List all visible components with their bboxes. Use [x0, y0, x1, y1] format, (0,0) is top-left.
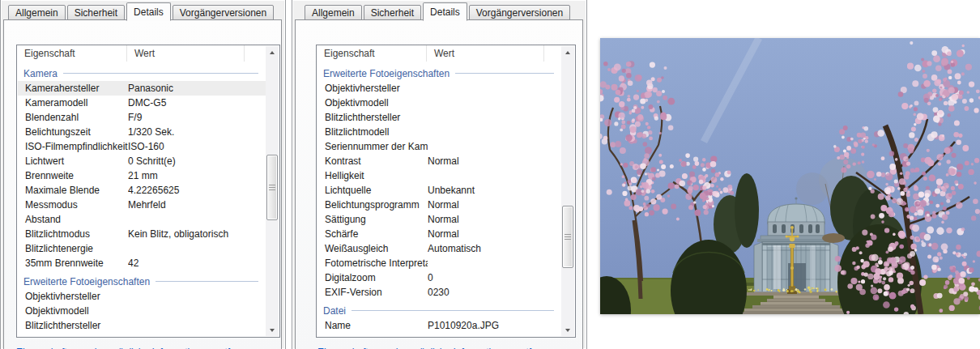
down-arrow-icon [270, 329, 275, 334]
tab-vorgaengerversionen[interactable]: Vorgängerversionen [173, 5, 274, 20]
property-row[interactable]: Fotometrische Interpretation [317, 256, 561, 270]
property-row[interactable]: Name P1010920a.JPG [317, 318, 561, 333]
property-row[interactable]: Belichtungszeit 1/320 Sek. [18, 125, 266, 139]
property-row[interactable]: Helligkeit [317, 168, 561, 183]
property-row[interactable]: Lichtquelle Unbekannt [317, 183, 561, 198]
tab-sicherheit[interactable]: Sicherheit [364, 5, 421, 20]
section-divider-line [156, 281, 258, 282]
listview-header: Eigenschaft Wert [17, 45, 279, 62]
column-header-eigenschaft[interactable]: Eigenschaft [317, 45, 427, 62]
property-row[interactable]: Blitzlichtenergie [18, 241, 266, 256]
scroll-up-button[interactable] [561, 46, 574, 59]
property-row[interactable]: Blitzlichthersteller [18, 318, 266, 333]
scrollbar-thumb[interactable] [562, 206, 573, 268]
vertical-scrollbar[interactable] [561, 46, 574, 336]
listview-header: Eigenschaft Wert [317, 45, 575, 62]
property-row[interactable]: Brennweite 21 mm [18, 168, 266, 183]
property-row[interactable]: Blitzlichtmodus Kein Blitz, obligatorisc… [18, 227, 266, 241]
tab-vorgaengerversionen[interactable]: Vorgängerversionen [469, 5, 570, 20]
tab-bar: AllgemeinSicherheitDetailsVorgängerversi… [305, 2, 572, 20]
properties-dialog-right: AllgemeinSicherheitDetailsVorgängerversi… [292, 0, 587, 349]
tab-allgemein[interactable]: Allgemein [8, 5, 66, 20]
column-header-eigenschaft[interactable]: Eigenschaft [17, 45, 127, 62]
scrollbar-thumb[interactable] [266, 155, 278, 220]
properties-listview: Eigenschaft Wert Kamera Kamerahersteller [16, 45, 280, 338]
section-row[interactable]: Kamera [18, 62, 266, 81]
property-row[interactable]: Digitalzoom 0 [317, 270, 561, 285]
property-row[interactable]: Objektivmodell [317, 96, 561, 110]
column-header-wert[interactable]: Wert [127, 45, 245, 62]
property-row[interactable]: Weißausgleich Automatisch [317, 241, 561, 256]
property-row[interactable]: Seriennummer der Kamera [317, 139, 561, 154]
property-row[interactable]: Objektivhersteller [18, 289, 266, 304]
section-row[interactable]: Erweiterte Fotoeigenschaften [18, 270, 266, 289]
tab-allgemein[interactable]: Allgemein [305, 5, 362, 20]
tab-sicherheit[interactable]: Sicherheit [67, 5, 125, 20]
listview-rows: Erweiterte Fotoeigenschaften Objektivher… [317, 62, 561, 336]
column-header-wert[interactable]: Wert [427, 45, 544, 62]
property-row[interactable]: Blitzlichtmodell [317, 125, 561, 139]
photo-magnolia-garden [600, 38, 980, 314]
property-row[interactable]: Abstand [18, 212, 266, 227]
scroll-down-button[interactable] [561, 323, 574, 336]
property-row[interactable]: Messmodus Mehrfeld [18, 198, 266, 212]
roof-repair-patch [822, 233, 845, 243]
property-row[interactable]: Schärfe Normal [317, 227, 561, 241]
scrollbar-track[interactable] [561, 59, 574, 323]
property-row[interactable]: Kontrast Normal [317, 154, 561, 168]
properties-dialog-left: AllgemeinSicherheitDetailsVorgängerversi… [0, 0, 286, 349]
scroll-down-button[interactable] [266, 323, 279, 336]
property-row[interactable]: Sättigung Normal [317, 212, 561, 227]
property-row[interactable]: Maximale Blende 4.22265625 [18, 183, 266, 198]
property-row[interactable]: ISO-Filmempfindlichkeit ISO-160 [18, 139, 266, 154]
scroll-up-button[interactable] [266, 46, 279, 59]
property-row[interactable]: Lichtwert 0 Schritt(e) [18, 154, 266, 168]
property-row[interactable]: Objektivmodell [18, 304, 266, 318]
property-row[interactable]: Blendenzahl F/9 [18, 110, 266, 125]
vertical-scrollbar[interactable] [266, 46, 279, 336]
listview-rows: Kamera Kamerahersteller Panasonic Kamera… [18, 62, 266, 336]
tab-details[interactable]: Details [423, 2, 467, 21]
section-row[interactable]: Datei [317, 300, 561, 318]
property-row[interactable]: Belichtungsprogramm Normal [317, 198, 561, 212]
property-row[interactable]: Kamerahersteller Panasonic [18, 81, 266, 96]
details-tab-page: Eigenschaft Wert Kamera Kamerahersteller [3, 19, 282, 349]
property-row[interactable]: EXIF-Version 0230 [317, 285, 561, 300]
details-tab-page: Eigenschaft Wert Erweiterte Fotoeigensch… [295, 19, 583, 349]
scrollbar-track[interactable] [266, 59, 279, 323]
property-row[interactable]: Kameramodell DMC-G5 [18, 96, 266, 110]
section-divider-line [352, 310, 554, 311]
section-divider-line [63, 73, 258, 74]
property-row[interactable]: Objektivhersteller [317, 81, 561, 96]
property-row[interactable]: 35mm Brennweite 42 [18, 256, 266, 270]
up-arrow-icon [270, 49, 275, 54]
photo-canvas [600, 38, 980, 314]
up-arrow-icon [565, 49, 570, 54]
section-divider-line [455, 73, 554, 74]
down-arrow-icon [565, 329, 570, 334]
tab-bar: AllgemeinSicherheitDetailsVorgängerversi… [8, 2, 275, 20]
property-row[interactable]: Blitzlichthersteller [317, 110, 561, 125]
properties-listview: Eigenschaft Wert Erweiterte Fotoeigensch… [316, 45, 576, 338]
section-row[interactable]: Erweiterte Fotoeigenschaften [317, 62, 561, 81]
tab-details[interactable]: Details [126, 2, 171, 21]
